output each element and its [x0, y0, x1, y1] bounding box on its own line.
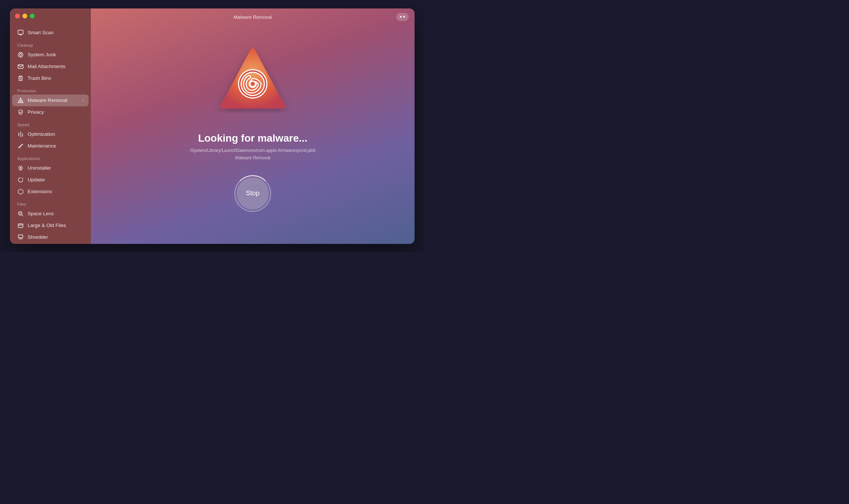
malware-icon: [212, 40, 293, 121]
trash-bins-label: Trash Bins: [28, 75, 51, 81]
sidebar-item-optimization[interactable]: Optimization: [12, 128, 89, 140]
svg-point-21: [19, 146, 20, 148]
malware-removal-label: Malware Removal: [28, 97, 67, 103]
stop-button[interactable]: Stop: [237, 177, 269, 210]
dot-1: [400, 16, 402, 18]
system-junk-label: System Junk: [28, 52, 56, 57]
traffic-lights: [15, 14, 35, 18]
svg-line-32: [19, 238, 19, 239]
close-button[interactable]: [15, 14, 20, 18]
sidebar-item-malware-removal[interactable]: ☣ Malware Removal ›: [12, 95, 89, 106]
sidebar-item-space-lens[interactable]: Space Lens: [12, 208, 89, 220]
space-lens-label: Space Lens: [28, 211, 54, 216]
sidebar-item-mail-attachments[interactable]: Mail Attachments: [12, 61, 89, 72]
extensions-label: Extensions: [28, 189, 52, 194]
files-section-label: Files: [10, 198, 91, 208]
scan-title: Looking for malware...: [198, 132, 307, 144]
minimize-button[interactable]: [22, 14, 27, 18]
scan-label: Malware Removal: [235, 155, 270, 160]
sidebar-item-system-junk[interactable]: System Junk: [12, 49, 89, 61]
uninstaller-icon: [17, 165, 24, 171]
maximize-button[interactable]: [30, 14, 35, 18]
smart-scan-label: Smart Scan: [28, 30, 54, 35]
applications-section-label: Applications: [10, 152, 91, 162]
uninstaller-label: Uninstaller: [28, 165, 51, 171]
active-arrow-icon: ›: [82, 98, 84, 103]
maintenance-label: Maintenance: [28, 143, 56, 149]
maintenance-icon: [17, 143, 24, 149]
main-content: Malware Removal: [91, 8, 415, 244]
updater-icon: [17, 177, 24, 183]
system-junk-icon: [17, 52, 24, 58]
app-window: Smart Scan Cleanup System Junk: [10, 8, 415, 244]
sidebar-item-smart-scan[interactable]: Smart Scan: [12, 27, 89, 39]
large-old-files-icon: [17, 222, 24, 229]
space-lens-icon: [17, 210, 24, 217]
privacy-label: Privacy: [28, 109, 44, 115]
extensions-icon: [17, 188, 24, 195]
dot-2: [403, 16, 405, 18]
svg-point-24: [18, 212, 22, 215]
trash-bins-icon: [17, 75, 24, 82]
sidebar-item-large-old-files[interactable]: Large & Old Files: [12, 220, 89, 231]
sidebar-item-shredder[interactable]: Shredder: [12, 231, 89, 243]
svg-point-26: [19, 213, 21, 214]
stop-button-container: Stop: [234, 175, 271, 212]
optimization-label: Optimization: [28, 131, 55, 137]
svg-point-4: [19, 54, 22, 56]
svg-point-36: [251, 82, 255, 86]
svg-rect-30: [18, 235, 23, 238]
sidebar-item-updater[interactable]: Updater: [12, 174, 89, 186]
large-old-files-label: Large & Old Files: [28, 223, 66, 228]
smart-scan-icon: [17, 29, 24, 36]
protection-section-label: Protection: [10, 84, 91, 95]
shredder-icon: [17, 234, 24, 241]
sidebar-item-trash-bins[interactable]: Trash Bins: [12, 72, 89, 84]
svg-rect-27: [18, 224, 23, 227]
scan-path: /System/Library/LaunchDaemons/com.apple.…: [190, 148, 315, 153]
svg-marker-23: [18, 189, 23, 194]
privacy-icon: [17, 109, 24, 116]
window-title: Malware Removal: [234, 14, 272, 20]
sidebar: Smart Scan Cleanup System Junk: [10, 8, 91, 244]
svg-line-25: [22, 215, 23, 216]
mail-attachments-icon: [17, 63, 24, 70]
svg-line-34: [22, 238, 22, 239]
sidebar-item-extensions[interactable]: Extensions: [12, 186, 89, 198]
optimization-icon: [17, 131, 24, 138]
cleanup-section-label: Cleanup: [10, 39, 91, 49]
sidebar-item-privacy[interactable]: Privacy: [12, 106, 89, 118]
speed-section-label: Speed: [10, 118, 91, 128]
mail-attachments-label: Mail Attachments: [28, 64, 65, 69]
malware-removal-icon: ☣: [17, 97, 24, 104]
svg-text:☣: ☣: [19, 100, 22, 102]
updater-label: Updater: [28, 177, 45, 182]
svg-rect-0: [18, 30, 23, 34]
sidebar-item-uninstaller[interactable]: Uninstaller: [12, 162, 89, 174]
shredder-label: Shredder: [28, 234, 48, 240]
options-button[interactable]: [396, 13, 409, 21]
sidebar-item-maintenance[interactable]: Maintenance: [12, 140, 89, 152]
